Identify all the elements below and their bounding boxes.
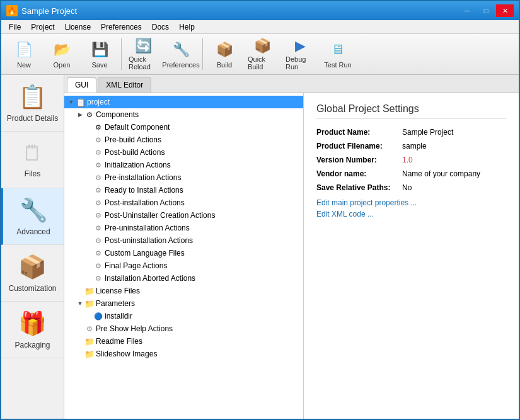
advanced-icon: 🔧 (20, 197, 48, 224)
content-area: ▼ 📋 project ▶ ⚙ Components ⚙ Default Co (64, 93, 519, 420)
product-filename-label: Product Filename: (316, 142, 398, 150)
tree-node-final-page[interactable]: ⚙ Final Page Actions (64, 259, 303, 272)
sidebar-item-advanced[interactable]: 🔧 Advanced (1, 188, 64, 245)
post-build-icon: ⚙ (93, 147, 103, 157)
quick-build-label: Quick Build (248, 55, 277, 71)
tree-node-default-component[interactable]: ⚙ Default Component (64, 121, 303, 133)
menu-file[interactable]: File (4, 20, 26, 34)
sidebar: 📋 Product Details 🗒 Files 🔧 Advanced 📦 C… (1, 75, 64, 420)
tree-node-post-uninstaller-creation[interactable]: ⚙ Post-Uninstaller Creation Actions (64, 209, 303, 222)
post-uninstaller-label: Post-Uninstaller Creation Actions (105, 211, 215, 220)
license-files-label: License Files (96, 287, 140, 295)
save-rel-paths-label: Save Relative Paths: (316, 183, 398, 192)
final-page-label: Final Page Actions (105, 261, 167, 270)
sidebar-packaging-label: Packaging (14, 341, 50, 349)
toolbar-test-run-button[interactable]: 🖥 Test Run (320, 37, 355, 72)
sidebar-item-customization[interactable]: 📦 Customization (1, 245, 64, 302)
ready-install-icon: ⚙ (93, 185, 103, 195)
tree-node-install-aborted[interactable]: ⚙ Installation Aborted Actions (64, 272, 303, 285)
sidebar-customization-label: Customization (8, 284, 56, 293)
sidebar-advanced-label: Advanced (16, 227, 50, 236)
detail-row-save-rel-paths: Save Relative Paths: No (316, 183, 506, 192)
toolbar-quick-reload-button[interactable]: 🔄 Quick Reload (125, 37, 161, 72)
tree-node-post-build[interactable]: ⚙ Post-build Actions (64, 146, 303, 159)
minimize-button[interactable]: ─ (458, 4, 476, 17)
post-uninstaller-icon: ⚙ (93, 210, 103, 220)
toolbar-quick-build-button[interactable]: 📦 Quick Build (245, 37, 280, 72)
product-name-value: Sample Project (402, 128, 453, 137)
pre-show-help-icon: ⚙ (84, 324, 95, 334)
install-aborted-label: Installation Aborted Actions (105, 274, 195, 283)
toolbar-new-button[interactable]: 📄 New (6, 37, 42, 72)
edit-xml-code-link[interactable]: Edit XML code ... (316, 210, 506, 219)
files-icon: 🗒 (22, 141, 43, 166)
init-actions-icon: ⚙ (93, 160, 103, 170)
test-run-label: Test Run (324, 61, 351, 69)
tree-node-components[interactable]: ▶ ⚙ Components (64, 108, 303, 121)
tree-node-slideshow[interactable]: 📁 Slideshow Images (64, 348, 303, 360)
title-left: 🔥 Sample Project (6, 5, 77, 16)
toolbar-separator-2 (202, 38, 203, 70)
readme-icon: 📁 (84, 336, 95, 346)
sidebar-item-product-details[interactable]: 📋 Product Details (1, 75, 64, 132)
parameters-label: Parameters (96, 299, 135, 308)
menu-license[interactable]: License (60, 20, 96, 34)
menu-preferences[interactable]: Preferences (96, 20, 147, 34)
menu-project[interactable]: Project (26, 20, 59, 34)
parameters-expander[interactable]: ▼ (76, 299, 84, 308)
close-button[interactable]: ✕ (496, 4, 514, 17)
tree-node-pre-uninstall[interactable]: ⚙ Pre-uninstallation Actions (64, 222, 303, 234)
components-expander[interactable]: ▶ (76, 110, 84, 119)
post-install-icon: ⚙ (93, 198, 103, 208)
tree-node-readme[interactable]: 📁 Readme Files (64, 335, 303, 348)
tree-node-pre-install[interactable]: ⚙ Pre-installation Actions (64, 171, 303, 184)
tree-node-custom-lang[interactable]: ⚙ Custom Language Files (64, 247, 303, 259)
toolbar-preferences-button[interactable]: 🔧 Preferences (163, 37, 199, 72)
post-uninstall-icon: ⚙ (93, 236, 103, 246)
tree-node-post-uninstall[interactable]: ⚙ Post-uninstallation Actions (64, 234, 303, 247)
tree-node-project[interactable]: ▼ 📋 project (64, 96, 303, 108)
toolbar-debug-run-button[interactable]: ▶ Debug Run (282, 37, 318, 72)
tab-xml-editor[interactable]: XML Editor (98, 77, 151, 93)
tree-node-pre-build[interactable]: ⚙ Pre-build Actions (64, 133, 303, 146)
detail-row-product-name: Product Name: Sample Project (316, 128, 506, 137)
project-expander[interactable]: ▼ (67, 98, 76, 106)
debug-run-icon: ▶ (289, 38, 311, 54)
post-build-label: Post-build Actions (105, 148, 165, 157)
menu-help[interactable]: Help (174, 20, 200, 34)
new-label: New (17, 61, 31, 69)
tab-gui[interactable]: GUI (67, 77, 96, 93)
toolbar-build-button[interactable]: 📦 Build (207, 37, 242, 72)
quick-build-icon: 📦 (251, 38, 274, 54)
product-filename-value: sample (402, 142, 427, 150)
detail-title: Global Project Settings (316, 103, 506, 119)
pre-install-icon: ⚙ (93, 173, 103, 183)
installdir-label: installdir (105, 312, 132, 321)
tree-panel[interactable]: ▼ 📋 project ▶ ⚙ Components ⚙ Default Co (64, 93, 304, 420)
edit-main-project-link[interactable]: Edit main project properties ... (316, 198, 506, 207)
tree-node-license-files[interactable]: 📁 License Files (64, 285, 303, 297)
pre-uninstall-icon: ⚙ (93, 223, 103, 233)
sidebar-item-packaging[interactable]: 🎁 Packaging (1, 302, 64, 358)
tree-node-ready-install[interactable]: ⚙ Ready to Install Actions (64, 184, 303, 196)
save-label: Save (91, 61, 107, 69)
app-icon: 🔥 (6, 5, 18, 16)
pre-build-label: Pre-build Actions (105, 135, 161, 144)
packaging-icon: 🎁 (18, 310, 47, 337)
detail-row-product-filename: Product Filename: sample (316, 142, 506, 150)
toolbar-open-button[interactable]: 📂 Open (44, 37, 79, 72)
tree-node-init-actions[interactable]: ⚙ Initialization Actions (64, 159, 303, 171)
pre-install-label: Pre-installation Actions (105, 173, 181, 182)
toolbar-save-button[interactable]: 💾 Save (82, 37, 117, 72)
tree-node-post-install[interactable]: ⚙ Post-installation Actions (64, 196, 303, 209)
sidebar-item-files[interactable]: 🗒 Files (1, 132, 64, 188)
tree-node-installdir[interactable]: 🔵 installdir (64, 310, 303, 322)
quick-reload-icon: 🔄 (132, 38, 154, 54)
tree-node-parameters[interactable]: ▼ 📁 Parameters (64, 297, 303, 310)
project-icon: 📋 (76, 97, 86, 107)
tree-node-pre-show-help[interactable]: ⚙ Pre Show Help Actions (64, 322, 303, 335)
save-icon: 💾 (88, 40, 111, 60)
menu-docs[interactable]: Docs (147, 20, 174, 34)
quick-reload-label: Quick Reload (129, 55, 158, 71)
maximize-button[interactable]: □ (477, 4, 495, 17)
